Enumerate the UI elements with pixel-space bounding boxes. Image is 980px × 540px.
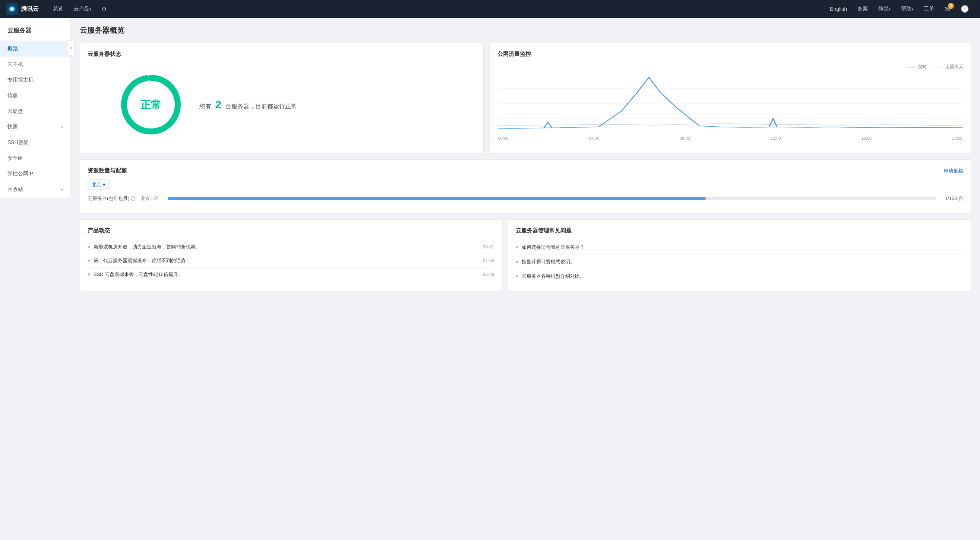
- region-label: 北京: [92, 182, 101, 187]
- donut-chart: 正常: [118, 71, 185, 138]
- nav-lang[interactable]: English: [825, 0, 852, 18]
- sidebar-item-overview[interactable]: 概览: [0, 41, 70, 57]
- sidebar-item-label-security: 安全组: [8, 155, 23, 162]
- sidebar-item-eip[interactable]: 弹性公网IP: [0, 166, 70, 182]
- nav-mail[interactable]: ✉ 3: [939, 0, 955, 18]
- quota-label-0: 云服务器(包年包月) ?: [88, 195, 136, 202]
- layout: 云服务器 « 概览 云主机 专用宿主机 镜像 云硬盘 快照 ▾ SSH密钥: [0, 18, 980, 540]
- nav-products[interactable]: 云产品: [68, 0, 97, 18]
- legend-lastweek: 上周同天: [934, 64, 963, 70]
- news-item-2: SSD 云盘震撼来袭，云盘性能10倍提升。 06-29: [88, 268, 494, 281]
- sidebar-item-label-overview: 概览: [8, 45, 18, 52]
- chevron-down-icon-recycle: ▾: [61, 188, 63, 192]
- faq-dot-2: [516, 275, 518, 278]
- legend-realtime: 实时: [907, 64, 927, 70]
- page-title: 云服务器概览: [80, 25, 971, 35]
- faq-dot-1: [516, 261, 518, 263]
- news-text-1[interactable]: 第二代云服务器震撼发布，你想不到的强势！: [94, 257, 479, 264]
- top-row: 云服务器状态 正常 您有 2 台服务器，目前: [80, 43, 971, 159]
- faq-text-0: 如何选择适合我的云服务器？: [522, 244, 585, 251]
- sidebar-item-dedicated[interactable]: 专用宿主机: [0, 72, 70, 88]
- sidebar-item-label-recycle: 回收站: [8, 186, 23, 193]
- sidebar-item-label-image: 镜像: [8, 92, 18, 99]
- sidebar-item-vm[interactable]: 云主机: [0, 57, 70, 72]
- sidebar-item-recycle[interactable]: 回收站 ▾: [0, 182, 70, 197]
- faq-dot-0: [516, 246, 518, 248]
- sidebar-item-label-vm: 云主机: [8, 61, 23, 68]
- chart-xaxis: 00:00 04:00 08:00 12:00 16:00 20:00: [498, 136, 963, 140]
- brand-logo[interactable]: 腾讯云: [6, 3, 39, 15]
- quota-help-icon[interactable]: ?: [131, 196, 136, 201]
- news-date-0: 08-01: [483, 244, 495, 249]
- brand-label: 腾讯云: [21, 5, 39, 13]
- faq-item-0[interactable]: 如何选择适合我的云服务器？: [516, 240, 963, 255]
- clock-icon: 🕐: [961, 5, 969, 13]
- status-server-count: 2: [215, 98, 221, 111]
- news-text-0[interactable]: 新加坡机房开放，助力企业出海，首购75折优惠。: [94, 243, 479, 250]
- sidebar-collapse-button[interactable]: «: [67, 40, 75, 55]
- status-content: 正常 您有 2 台服务器，目前都运行正常: [88, 64, 476, 146]
- sidebar-item-label-disk: 云硬盘: [8, 108, 23, 115]
- legend-lastweek-label: 上周同天: [945, 64, 963, 70]
- status-desc-pre: 您有: [199, 103, 211, 110]
- mail-badge: 3: [948, 3, 954, 9]
- sidebar: 云服务器 « 概览 云主机 专用宿主机 镜像 云硬盘 快照 ▾ SSH密钥: [0, 18, 71, 197]
- faq-card: 云服务器管理常见问题 如何选择适合我的云服务器？ 按量计费计费模式说明。 云服务…: [508, 219, 971, 291]
- faq-text-1: 按量计费计费模式说明。: [522, 259, 575, 265]
- xaxis-2: 08:00: [680, 136, 690, 140]
- legend-realtime-line: [907, 67, 916, 67]
- sidebar-item-snapshot[interactable]: 快照 ▾: [0, 119, 70, 135]
- sidebar-item-label-eip: 弹性公网IP: [8, 171, 33, 177]
- news-dot-1: [88, 260, 90, 262]
- apply-quota-link[interactable]: 申请配额: [944, 168, 963, 174]
- top-nav: 腾讯云 总览 云产品 ⚙ English 备案 静觉 帮助 工单 ✉ 3 🕐: [0, 0, 980, 18]
- xaxis-1: 04:00: [589, 136, 600, 140]
- nav-settings[interactable]: ⚙: [97, 0, 112, 18]
- chevron-down-icon: ▾: [61, 125, 63, 129]
- quota-bar-wrap-0: [168, 197, 936, 200]
- status-desc-post: 台服务器，目前都运行正常: [226, 103, 297, 110]
- nav-overview[interactable]: 总览: [48, 0, 68, 18]
- sidebar-item-disk[interactable]: 云硬盘: [0, 103, 70, 119]
- resource-header: 资源数量与配额 申请配额: [88, 167, 963, 174]
- faq-item-2[interactable]: 云服务器各种机型介绍对比。: [516, 269, 963, 283]
- traffic-card: 公网流量监控 实时 上周同天: [490, 43, 971, 153]
- xaxis-4: 16:00: [862, 136, 872, 140]
- svg-point-1: [10, 7, 14, 11]
- sidebar-item-label-snapshot: 快照: [8, 124, 18, 130]
- nav-silent[interactable]: 静觉: [873, 0, 896, 18]
- bottom-row: 产品动态 新加坡机房开放，助力企业出海，首购75折优惠。 08-01 第二代云服…: [80, 219, 971, 297]
- region-selector[interactable]: 北京 ▾: [88, 179, 110, 190]
- quota-sub-label-0: 北京二区: [141, 195, 163, 202]
- nav-right: English 备案 静觉 帮助 工单 ✉ 3 🕐: [825, 0, 974, 18]
- faq-card-title: 云服务器管理常见问题: [516, 227, 963, 234]
- nav-clock[interactable]: 🕐: [955, 0, 974, 18]
- sidebar-item-security[interactable]: 安全组: [0, 151, 70, 166]
- xaxis-0: 00:00: [498, 136, 509, 140]
- news-dot-2: [88, 273, 90, 276]
- legend-lastweek-line: [934, 67, 943, 67]
- region-arrow-icon: ▾: [103, 182, 105, 187]
- sidebar-item-label-dedicated: 专用宿主机: [8, 77, 33, 83]
- sidebar-item-ssh[interactable]: SSH密钥: [0, 135, 70, 151]
- nav-ticket[interactable]: 工单: [918, 0, 939, 18]
- news-card: 产品动态 新加坡机房开放，助力企业出海，首购75折优惠。 08-01 第二代云服…: [80, 219, 502, 291]
- nav-help[interactable]: 帮助: [896, 0, 918, 18]
- resource-card-title: 资源数量与配额: [88, 167, 127, 174]
- status-card: 云服务器状态 正常 您有 2 台服务器，目前: [80, 43, 484, 153]
- news-text-2[interactable]: SSD 云盘震撼来袭，云盘性能10倍提升。: [94, 271, 479, 278]
- quota-bar-0: [168, 197, 706, 200]
- main-content: 云服务器概览 云服务器状态 正常: [71, 18, 980, 540]
- quota-row-0: 云服务器(包年包月) ? 北京二区 1/150 台: [88, 195, 963, 202]
- quota-count-0: 1/150 台: [941, 195, 963, 202]
- gear-icon: ⚙: [102, 6, 107, 12]
- news-dot-0: [88, 246, 90, 248]
- faq-text-2: 云服务器各种机型介绍对比。: [522, 273, 585, 280]
- chart-legend: 实时 上周同天: [498, 64, 963, 70]
- sidebar-item-image[interactable]: 镜像: [0, 88, 70, 103]
- status-card-title: 云服务器状态: [88, 51, 476, 58]
- nav-record[interactable]: 备案: [852, 0, 873, 18]
- faq-item-1[interactable]: 按量计费计费模式说明。: [516, 255, 963, 269]
- legend-realtime-label: 实时: [918, 64, 927, 70]
- xaxis-3: 12:00: [771, 136, 781, 140]
